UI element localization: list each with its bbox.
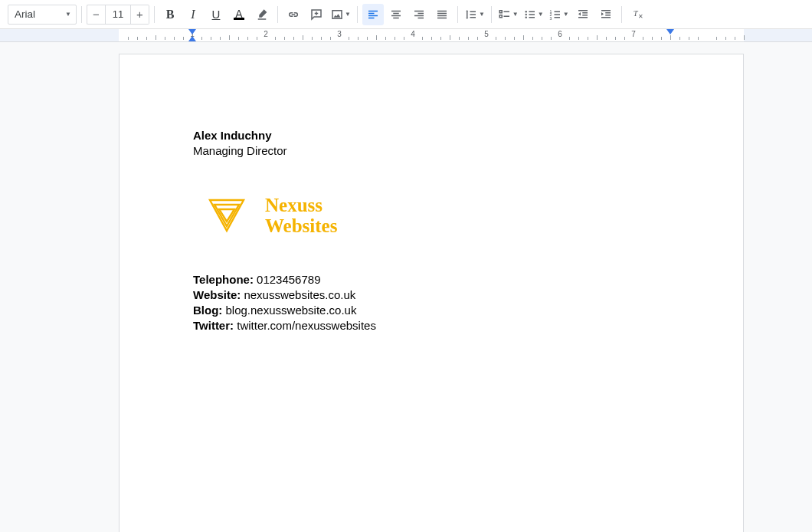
separator: [457, 6, 458, 23]
bullet-list-icon: [523, 8, 537, 21]
logo-line1: Nexuss: [265, 195, 337, 216]
separator: [357, 6, 358, 23]
contact-line: Website: nexusswebsites.co.uk: [193, 287, 670, 303]
highlighter-icon: [255, 8, 269, 21]
svg-point-2: [525, 16, 526, 18]
contact-value: twitter.com/nexusswebsites: [237, 319, 376, 332]
align-left-button[interactable]: [362, 4, 384, 25]
right-indent-marker[interactable]: [666, 29, 674, 34]
font-family-select[interactable]: Arial ▼: [8, 5, 77, 25]
separator: [621, 6, 622, 23]
link-icon: [286, 8, 300, 21]
company-logo-text: Nexuss Websites: [265, 195, 337, 237]
align-justify-icon: [435, 8, 449, 21]
checklist-icon: [498, 8, 512, 21]
separator: [277, 6, 278, 23]
contact-value: nexusswebsites.co.uk: [244, 288, 355, 301]
contact-line: Telephone: 0123456789: [193, 272, 670, 287]
chevron-down-icon: ▼: [512, 11, 519, 18]
formatting-toolbar: Arial ▼ − + B I U A ▼: [0, 0, 812, 29]
contact-label: Twitter:: [193, 319, 237, 332]
contact-value: blog.nexusswebsite.co.uk: [226, 304, 357, 317]
contact-label: Website:: [193, 288, 244, 301]
image-icon: [330, 8, 344, 21]
line-spacing-button[interactable]: ▼: [463, 4, 486, 25]
font-size-increase-button[interactable]: +: [131, 5, 149, 25]
document-page[interactable]: Alex Induchny Managing Director Nexuss W…: [119, 54, 744, 532]
align-left-icon: [366, 8, 380, 21]
italic-button[interactable]: I: [182, 4, 204, 25]
company-logo: Nexuss Websites: [207, 195, 670, 237]
text-color-button[interactable]: A: [228, 4, 250, 25]
underline-button[interactable]: U: [205, 4, 227, 25]
align-center-button[interactable]: [385, 4, 407, 25]
horizontal-ruler[interactable]: 1234567: [0, 29, 812, 42]
contact-label: Blog:: [193, 304, 226, 317]
numbered-list-icon: 123: [548, 8, 562, 21]
chevron-down-icon: ▼: [538, 11, 544, 18]
line-spacing-icon: [464, 8, 478, 21]
chevron-down-icon: ▼: [479, 11, 485, 18]
signature-title: Managing Director: [193, 143, 670, 159]
bulleted-list-button[interactable]: ▼: [522, 4, 545, 25]
indent-increase-button[interactable]: [595, 4, 617, 25]
clear-format-icon: T✕: [630, 8, 644, 21]
numbered-list-button[interactable]: 123 ▼: [547, 4, 571, 25]
chevron-down-icon: ▼: [65, 11, 71, 18]
document-workspace: Alex Induchny Managing Director Nexuss W…: [0, 42, 812, 532]
comment-icon: [309, 8, 323, 21]
first-line-indent-marker[interactable]: [188, 36, 196, 41]
contact-block: Telephone: 0123456789Website: nexusswebs…: [193, 272, 670, 334]
svg-text:3: 3: [549, 15, 552, 20]
font-family-label: Arial: [15, 8, 35, 20]
font-size-group: − +: [87, 5, 149, 25]
align-center-icon: [389, 8, 403, 21]
clear-formatting-button[interactable]: T✕: [627, 4, 648, 25]
indent-decrease-icon: [576, 8, 590, 21]
highlight-button[interactable]: [251, 4, 273, 25]
separator: [154, 6, 155, 23]
left-indent-marker[interactable]: [188, 29, 196, 34]
svg-point-1: [525, 13, 526, 15]
contact-label: Telephone:: [193, 273, 257, 286]
font-size-decrease-button[interactable]: −: [87, 5, 105, 25]
insert-comment-button[interactable]: [306, 4, 327, 25]
triangle-logo-icon: [207, 197, 247, 234]
insert-image-button[interactable]: ▼: [329, 4, 352, 25]
indent-decrease-button[interactable]: [572, 4, 594, 25]
chevron-down-icon: ▼: [345, 11, 351, 18]
separator: [81, 6, 82, 23]
logo-line2: Websites: [265, 215, 337, 237]
font-size-input[interactable]: [105, 5, 131, 25]
align-right-button[interactable]: [408, 4, 430, 25]
svg-point-0: [525, 11, 526, 12]
indent-increase-icon: [599, 8, 613, 21]
align-justify-button[interactable]: [431, 4, 453, 25]
text-color-swatch: [234, 18, 244, 20]
ruler-scale: 1234567: [119, 29, 744, 41]
chevron-down-icon: ▼: [563, 11, 569, 18]
insert-link-button[interactable]: [283, 4, 304, 25]
contact-line: Blog: blog.nexusswebsite.co.uk: [193, 303, 670, 318]
contact-line: Twitter: twitter.com/nexusswebsites: [193, 318, 670, 333]
checklist-button[interactable]: ▼: [496, 4, 520, 25]
signature-name: Alex Induchny: [193, 128, 670, 143]
align-right-icon: [412, 8, 426, 21]
contact-value: 0123456789: [257, 273, 320, 286]
svg-text:✕: ✕: [637, 12, 643, 19]
separator: [491, 6, 492, 23]
bold-button[interactable]: B: [159, 4, 181, 25]
